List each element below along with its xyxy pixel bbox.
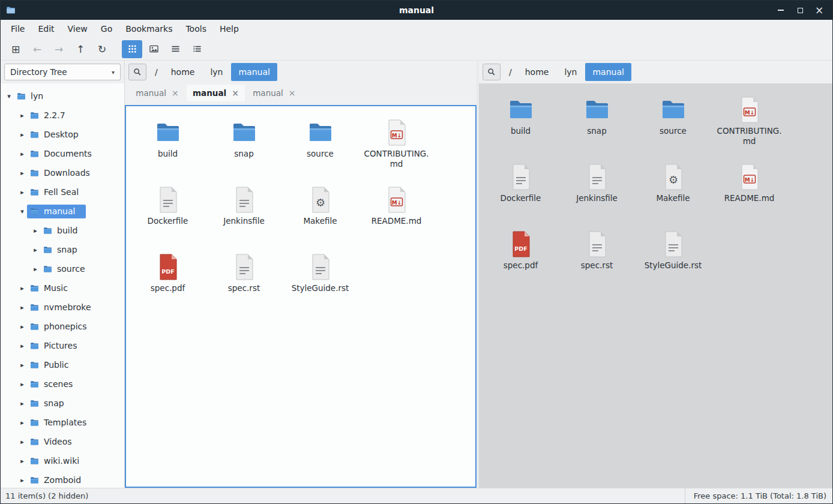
menu-help[interactable]: Help [213,20,245,38]
tree-item-manual[interactable]: ▾manual [1,202,124,221]
chevron-right-icon[interactable]: ▸ [17,188,27,196]
file-Makefile[interactable]: ⚙Makefile [635,159,711,226]
back-button[interactable]: ← [27,40,47,58]
file-snap[interactable]: snap [206,115,282,182]
chevron-right-icon[interactable]: ▸ [17,131,27,139]
chevron-right-icon[interactable]: ▸ [31,246,40,254]
file-Jenkinsfile[interactable]: Jenkinsfile [206,182,282,249]
breadcrumb-lyn[interactable]: lyn [557,63,584,81]
tree-item-desktop[interactable]: ▸Desktop [1,125,124,144]
file-README.md[interactable]: M↓README.md [711,159,787,226]
file-StyleGuide.rst[interactable]: StyleGuide.rst [282,249,358,316]
tree-item-music[interactable]: ▸Music [1,278,124,298]
breadcrumb-manual[interactable]: manual [231,63,277,81]
tree-item-nvmebroke[interactable]: ▸nvmebroke [1,298,124,317]
chevron-right-icon[interactable]: ▸ [17,112,27,119]
left-file-view[interactable]: buildsnapsourceM↓CONTRIBUTING.mdDockerfi… [125,105,477,488]
chevron-right-icon[interactable]: ▸ [31,227,40,235]
file-Jenkinsfile[interactable]: Jenkinsfile [559,159,635,226]
file-spec.pdf[interactable]: PDFspec.pdf [483,226,559,293]
tree-item-pictures[interactable]: ▸Pictures [1,336,124,355]
tree-item-source[interactable]: ▸source [1,259,124,278]
chevron-right-icon[interactable]: ▸ [17,304,27,311]
path-edit-button[interactable] [483,64,501,80]
breadcrumb-root[interactable]: / [504,63,517,81]
chevron-right-icon[interactable]: ▸ [17,342,27,350]
maximize-button[interactable] [792,3,808,17]
forward-button[interactable]: → [49,40,69,58]
breadcrumb-root[interactable]: / [150,63,163,81]
file-Dockerfile[interactable]: Dockerfile [130,182,206,249]
new-tab-button[interactable]: ⊞ [5,40,26,58]
menu-tools[interactable]: Tools [179,20,213,38]
right-file-view[interactable]: buildsnapsourceM↓CONTRIBUTING.mdDockerfi… [479,83,832,488]
file-CONTRIBUTING.md[interactable]: M↓CONTRIBUTING.md [711,92,787,159]
compact-view-button[interactable] [165,40,185,58]
tree-item-lyn[interactable]: ▾lyn [1,86,124,106]
file-spec.rst[interactable]: spec.rst [559,226,635,293]
detailed-list-view-button[interactable] [187,40,207,58]
minimize-button[interactable] [772,3,789,17]
breadcrumb-home[interactable]: home [518,63,556,81]
tab-manual[interactable]: manual× [128,85,186,101]
breadcrumb-manual[interactable]: manual [585,63,631,81]
thumbnail-view-button[interactable] [143,40,164,58]
file-build[interactable]: build [130,115,206,182]
chevron-right-icon[interactable]: ▸ [17,380,27,388]
file-source[interactable]: source [282,115,358,182]
menu-go[interactable]: Go [94,20,119,38]
tab-manual[interactable]: manual× [245,85,303,101]
tree-item-wiki.wiki[interactable]: ▸wiki.wiki [1,451,124,470]
file-spec.rst[interactable]: spec.rst [206,249,282,316]
chevron-down-icon[interactable]: ▾ [4,92,14,100]
file-source[interactable]: source [635,92,711,159]
chevron-right-icon[interactable]: ▸ [17,169,27,177]
chevron-down-icon[interactable]: ▾ [17,208,27,215]
tab-close-icon[interactable]: × [232,88,239,98]
file-build[interactable]: build [483,92,559,159]
tree-item-downloads[interactable]: ▸Downloads [1,163,124,182]
icon-view-button[interactable] [122,40,142,58]
chevron-right-icon[interactable]: ▸ [17,361,27,369]
up-button[interactable]: ↑ [70,40,91,58]
chevron-right-icon[interactable]: ▸ [17,476,27,484]
file-snap[interactable]: snap [559,92,635,159]
tree-item-public[interactable]: ▸Public [1,355,124,374]
refresh-button[interactable]: ↻ [92,40,112,58]
tree-item-build[interactable]: ▸build [1,221,124,240]
menu-bookmarks[interactable]: Bookmarks [119,20,179,38]
path-edit-button[interactable] [128,64,146,80]
tree-item-2.2.7[interactable]: ▸2.2.7 [1,106,124,125]
breadcrumb-lyn[interactable]: lyn [203,63,230,81]
sidebar-mode-select[interactable]: Directory Tree ▾ [4,64,121,80]
chevron-right-icon[interactable]: ▸ [17,419,27,427]
chevron-right-icon[interactable]: ▸ [17,323,27,331]
tree-item-documents[interactable]: ▸Documents [1,144,124,163]
chevron-right-icon[interactable]: ▸ [17,400,27,407]
file-Dockerfile[interactable]: Dockerfile [483,159,559,226]
tab-close-icon[interactable]: × [289,88,296,98]
file-spec.pdf[interactable]: PDFspec.pdf [130,249,206,316]
tree-item-fell-seal[interactable]: ▸Fell Seal [1,182,124,202]
tree-item-scenes[interactable]: ▸scenes [1,374,124,394]
chevron-right-icon[interactable]: ▸ [17,150,27,158]
tree-item-phonepics[interactable]: ▸phonepics [1,317,124,336]
file-CONTRIBUTING.md[interactable]: M↓CONTRIBUTING.md [358,115,435,182]
breadcrumb-home[interactable]: home [164,63,202,81]
file-README.md[interactable]: M↓README.md [358,182,435,249]
tab-close-icon[interactable]: × [172,88,179,98]
tree-item-templates[interactable]: ▸Templates [1,413,124,432]
tree-item-snap[interactable]: ▸snap [1,240,124,259]
tree-item-snap[interactable]: ▸snap [1,394,124,413]
chevron-right-icon[interactable]: ▸ [31,265,40,273]
file-StyleGuide.rst[interactable]: StyleGuide.rst [635,226,711,293]
menu-file[interactable]: File [4,20,31,38]
tree-item-videos[interactable]: ▸Videos [1,432,124,451]
chevron-right-icon[interactable]: ▸ [17,457,27,465]
menu-view[interactable]: View [61,20,94,38]
close-button[interactable] [811,3,828,17]
tab-manual[interactable]: manual× [187,85,245,101]
tree-item-zomboid[interactable]: ▸Zomboid [1,470,124,488]
chevron-right-icon[interactable]: ▸ [17,438,27,446]
file-Makefile[interactable]: ⚙Makefile [282,182,358,249]
